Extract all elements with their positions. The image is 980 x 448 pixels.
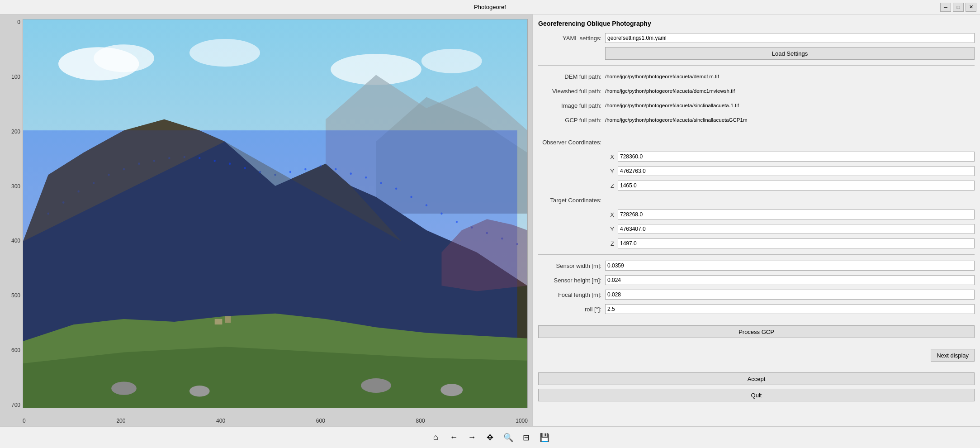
zoom-icon: 🔍 [503,433,513,443]
load-settings-row: Load Settings [538,47,975,60]
main-content: 0 100 200 300 400 500 600 700 [0,14,980,426]
observer-z-input[interactable] [618,181,975,191]
mountain-image[interactable] [23,19,528,408]
accept-button[interactable]: Accept [538,372,975,385]
forward-button[interactable]: → [465,430,479,445]
dem-value: /home/jgc/python/photogeoref/lacueta/dem… [605,74,975,79]
x-axis: 0 200 400 600 800 1000 [23,418,528,424]
y-tick-500: 500 [11,292,20,299]
y-axis: 0 100 200 300 400 500 600 700 [0,19,23,408]
y-tick-0: 0 [17,19,20,25]
x-tick-200: 200 [116,418,125,424]
gap-1 [538,318,975,322]
x-tick-0: 0 [23,418,26,424]
image-row: Image full path: /home/jgc/python/photog… [538,100,975,111]
pan-icon: ✥ [487,433,493,443]
bottom-toolbar: ⌂ ← → ✥ 🔍 ⊟ 💾 [0,426,980,448]
gap-2 [538,342,975,345]
title-bar: Photogeoref ─ □ ✕ [0,0,980,14]
process-gcp-button[interactable]: Process GCP [538,325,975,338]
tgt-z-label: Z [605,240,614,247]
quit-button[interactable]: Quit [538,389,975,401]
chart-area: 0 100 200 300 400 500 600 700 [0,14,532,426]
window-title: Photogeoref [474,4,506,10]
y-tick-100: 100 [11,74,20,80]
tgt-y-label: Y [605,226,614,233]
svg-point-2 [94,44,154,72]
zoom-button[interactable]: 🔍 [501,430,516,445]
observer-z-row: Z [538,180,975,191]
gcp-label: GCP full path: [538,117,601,124]
back-button[interactable]: ← [447,430,461,445]
yaml-label: YAML settings: [538,35,601,42]
roll-row: roll [°]: [538,304,975,315]
settings-button[interactable]: ⊟ [519,430,534,445]
observer-x-row: X [538,151,975,162]
viewshed-value: /home/jgc/python/photogeoref/lacueta/dem… [605,88,975,94]
load-settings-button[interactable]: Load Settings [605,47,975,60]
save-button[interactable]: 💾 [537,430,552,445]
target-z-row: Z [538,238,975,249]
separator-3 [538,254,975,255]
pan-button[interactable]: ✥ [483,430,497,445]
svg-point-48 [189,386,210,397]
gap-3 [538,365,975,369]
svg-point-3 [189,39,260,67]
separator-2 [538,131,975,131]
home-icon: ⌂ [433,433,438,442]
focal-length-label: Focal length [m]: [538,291,601,298]
obs-z-label: Z [605,182,614,189]
y-tick-700: 700 [11,402,20,408]
next-display-row: Next display [538,349,975,362]
target-heading-row: Target Coordinates: [538,195,975,205]
sensor-height-label: Sensor height [m]: [538,277,601,284]
focal-length-input[interactable] [605,290,975,300]
right-panel: Georeferencing Oblique Photography YAML … [532,14,980,426]
viewshed-row: Viewshed full path: /home/jgc/python/pho… [538,86,975,96]
target-y-input[interactable] [618,224,975,234]
focal-length-row: Focal length [m]: [538,289,975,300]
target-z-input[interactable] [618,238,975,248]
roll-label: roll [°]: [538,306,601,313]
svg-rect-53 [225,316,231,323]
svg-point-50 [440,384,463,396]
observer-x-input[interactable] [618,152,975,162]
minimize-button[interactable]: ─ [940,3,951,12]
gcp-row: GCP full path: /home/jgc/python/photogeo… [538,114,975,125]
home-button[interactable]: ⌂ [429,430,443,445]
back-icon: ← [450,433,458,442]
panel-title: Georeferencing Oblique Photography [538,20,975,27]
sensor-height-input[interactable] [605,275,975,285]
x-tick-800: 800 [416,418,425,424]
target-label: Target Coordinates: [538,197,601,204]
sensor-height-row: Sensor height [m]: [538,275,975,286]
x-tick-1000: 1000 [516,418,528,424]
yaml-input[interactable] [605,33,975,43]
y-tick-600: 600 [11,347,20,353]
svg-point-5 [421,49,482,73]
next-display-button[interactable]: Next display [931,349,975,362]
svg-rect-52 [215,319,223,324]
svg-point-47 [111,381,137,395]
observer-y-row: Y [538,166,975,176]
chart-container: 0 100 200 300 400 500 600 700 [0,14,532,426]
target-y-row: Y [538,224,975,234]
dem-row: DEM full path: /home/jgc/python/photogeo… [538,71,975,82]
save-icon: 💾 [540,433,549,443]
svg-point-49 [361,378,391,393]
separator-1 [538,65,975,66]
roll-input[interactable] [605,304,975,314]
dem-label: DEM full path: [538,73,601,80]
y-tick-200: 200 [11,129,20,135]
close-button[interactable]: ✕ [966,3,976,12]
gcp-value: /home/jgc/python/photogeoref/lacueta/sin… [605,117,975,123]
tgt-x-label: X [605,211,614,218]
target-x-input[interactable] [618,210,975,219]
observer-y-input[interactable] [618,166,975,176]
sensor-width-label: Sensor width [m]: [538,262,601,269]
maximize-button[interactable]: □ [953,3,964,12]
target-x-row: X [538,209,975,220]
sensor-width-input[interactable] [605,261,975,271]
x-tick-600: 600 [316,418,325,424]
obs-x-label: X [605,153,614,160]
